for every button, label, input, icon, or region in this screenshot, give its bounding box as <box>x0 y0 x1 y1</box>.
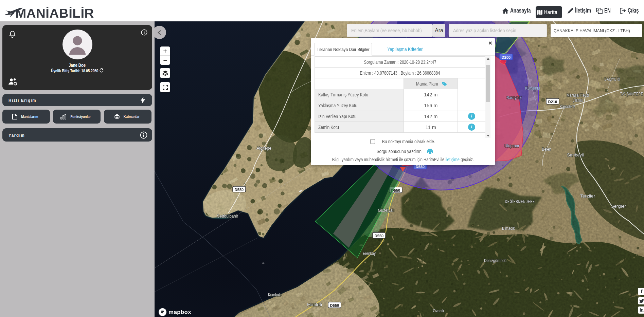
svg-text:Çakmak: Çakmak <box>573 98 583 103</box>
svg-text:D200: D200 <box>502 55 511 59</box>
svg-text:Halileli: Halileli <box>307 302 322 307</box>
svg-text:TAVŞANTEPE: TAVŞANTEPE <box>620 92 643 96</box>
svg-text:DAMYERİ: DAMYERİ <box>605 77 621 82</box>
svg-text:Alçıtepe: Alçıtepe <box>256 146 271 151</box>
svg-text:Belen: Belen <box>542 147 551 152</box>
svg-text:Kayadere: Kayadere <box>560 104 575 109</box>
svg-text:Kursunlu: Kursunlu <box>525 86 540 91</box>
svg-text:Güzelyalı: Güzelyalı <box>378 208 395 213</box>
svg-text:D550: D550 <box>330 303 339 307</box>
svg-text:DEĞİRRMENDERE: DEĞİRRMENDERE <box>505 199 535 204</box>
svg-text:Elmacık: Elmacık <box>502 226 515 231</box>
svg-text:Ulupınar: Ulupınar <box>504 143 520 148</box>
svg-text:Maraşal Fevzi: Maraşal Fevzi <box>567 93 589 98</box>
svg-text:Kumkale: Kumkale <box>268 292 282 297</box>
svg-text:Seddülbahir: Seddülbahir <box>217 213 238 219</box>
svg-text:Ovacık: Ovacık <box>433 308 444 313</box>
svg-text:D550: D550 <box>235 188 244 192</box>
svg-text:Saraycık: Saraycık <box>506 95 521 100</box>
svg-text:Sarıbeyli: Sarıbeyli <box>567 152 584 157</box>
svg-text:D210: D210 <box>548 100 557 104</box>
svg-text:Terziler: Terziler <box>580 193 595 199</box>
svg-text:Denizgöründü: Denizgöründü <box>484 258 506 263</box>
svg-text:D550: D550 <box>375 234 383 238</box>
svg-text:Serçiler: Serçiler <box>611 204 626 209</box>
svg-text:Erenköy: Erenköy <box>363 251 376 256</box>
